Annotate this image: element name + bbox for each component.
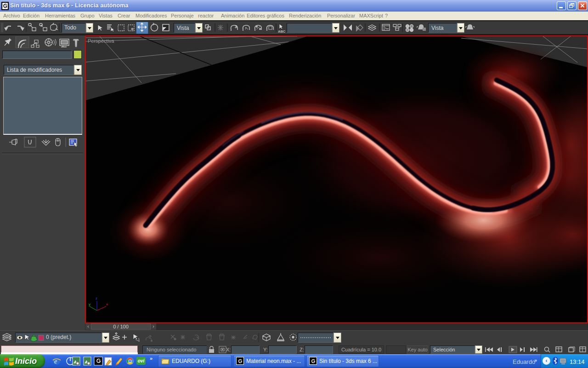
svg-text:3: 3 [235,24,237,29]
svg-text:y: y [89,302,90,306]
svg-text:ABC: ABC [278,29,286,34]
svg-text:x: x [106,302,108,306]
svg-text:Perspectiva: Perspectiva [88,38,114,44]
svg-text:z: z [96,296,97,300]
